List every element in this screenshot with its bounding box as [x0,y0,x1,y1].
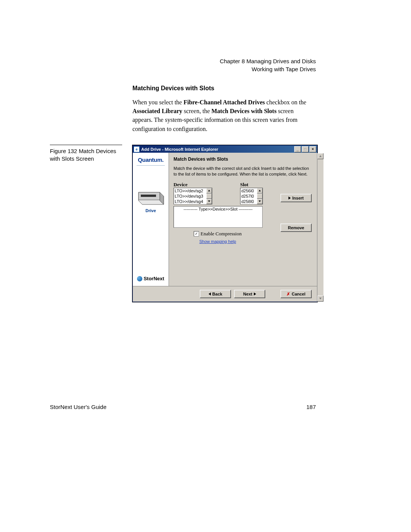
ie-window: e Add Drive - Microsoft Internet Explore… [132,145,317,302]
ie-app-icon: e [134,146,140,152]
maximize-button[interactable]: □ [302,146,309,152]
stornext-logo: StorNext [133,276,169,281]
dialog-title: Match Devices with Slots [174,157,312,162]
body-paragraph: When you select the Fibre-Channel Attach… [132,98,315,133]
slot-option: d256l0 [241,188,263,193]
slot-option: d258l0 [241,199,263,204]
arrow-left-icon [209,292,211,296]
scroll-down-icon[interactable] [317,296,323,302]
ie-title-text: Add Drive - Microsoft Internet Explorer [141,147,293,152]
svg-rect-3 [141,195,156,197]
scroll-down-icon[interactable] [206,199,212,204]
back-button[interactable]: Back [200,290,231,298]
sidebar-divider [137,165,165,166]
next-button[interactable]: Next [234,290,265,298]
mapping-listbox[interactable]: ---------- Type>>Device>>Slot ---------- [174,206,263,228]
mapping-placeholder: ---------- Type>>Device>>Slot ---------- [183,207,252,211]
globe-icon [137,276,142,281]
close-button[interactable]: × [309,146,316,152]
device-option: LTO>>/dev/sg4 [174,199,212,204]
quantum-logo: Quantum. [133,157,169,163]
scroll-up-icon[interactable] [257,188,263,193]
insert-button[interactable]: Insert [280,194,312,202]
svg-marker-8 [319,155,322,157]
cancel-button[interactable]: ✗ Cancel [280,290,312,298]
x-icon: ✗ [287,292,290,297]
scroll-up-icon[interactable] [206,188,212,193]
section-heading: Matching Devices with Slots [132,85,214,92]
footer-page-number: 187 [306,404,316,410]
footer-guide-title: StorNext User's Guide [50,404,107,410]
figure-caption: Figure 132 Match Devices with Slots Scre… [50,145,122,163]
wizard-footer: Back Next ✗ Cancel [133,286,317,302]
svg-marker-5 [208,201,210,202]
ie-titlebar[interactable]: e Add Drive - Microsoft Internet Explore… [133,145,317,153]
svg-marker-4 [208,190,210,192]
arrow-right-icon [254,292,256,296]
scroll-thumb-icon[interactable] [206,193,212,199]
remove-button[interactable]: Remove [280,224,312,232]
svg-marker-7 [259,201,261,202]
device-column-header: Device [174,182,240,188]
scroll-thumb-icon[interactable] [257,193,263,199]
header-line-1: Chapter 8 Managing Drives and Disks [220,57,316,65]
slot-option: d257l0 [241,193,263,199]
slot-listbox[interactable]: d256l0 d257l0 d258l0 [240,188,263,204]
scroll-up-icon[interactable] [317,153,323,159]
show-mapping-help-link[interactable]: Show mapping help [174,239,262,244]
enable-compression-checkbox[interactable]: ✓ [194,231,199,236]
vertical-scrollbar[interactable] [317,153,323,302]
svg-marker-6 [259,190,261,192]
device-option: LTO>>/dev/sg2 [174,188,212,193]
wizard-sidebar: Quantum. Drive StorNext [133,153,169,286]
minimize-button[interactable]: _ [294,146,301,152]
scroll-down-icon[interactable] [257,199,263,204]
arrow-right-icon [288,197,291,200]
header-line-2: Working with Tape Drives [220,65,316,73]
page-header: Chapter 8 Managing Drives and Disks Work… [220,57,316,73]
device-option: LTO>>/dev/sg3 [174,193,212,199]
device-listbox[interactable]: LTO>>/dev/sg2 LTO>>/dev/sg3 LTO>>/dev/sg… [174,188,212,204]
enable-compression-label: Enable Compression [201,231,242,237]
svg-marker-9 [319,298,322,300]
slot-column-header: Slot [240,182,263,188]
tape-drive-icon [136,189,165,206]
enable-compression-row: ✓ Enable Compression [174,231,262,237]
dialog-description: Match the device with the correct slot a… [174,166,312,177]
sidebar-drive-label: Drive [133,208,169,213]
